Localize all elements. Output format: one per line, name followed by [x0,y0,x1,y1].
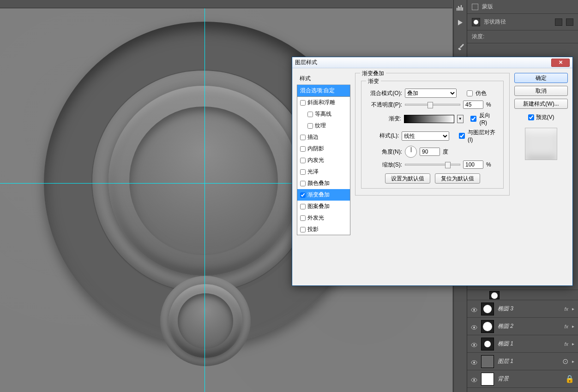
svg-point-9 [473,327,475,328]
set-default-button[interactable]: 设置为默认值 [385,173,430,184]
angle-dial[interactable] [405,146,417,158]
style-item-label: 光泽 [307,168,319,176]
preview-swatch [525,128,557,160]
style-item-等高线[interactable]: 等高线 [297,108,350,120]
style-checkbox[interactable] [307,112,313,117]
visibility-icon[interactable] [471,376,477,382]
style-item-内阴影[interactable]: 内阴影 [297,143,350,154]
style-item-内发光[interactable]: 内发光 [297,154,350,166]
opacity-input[interactable] [463,101,483,109]
styles-list: 斜面和浮雕等高线纹理描边内阴影内发光光泽颜色叠加渐变叠加图案叠加外发光投影 [297,97,350,235]
style-item-描边[interactable]: 描边 [297,131,350,143]
svg-rect-0 [457,8,458,11]
visibility-icon[interactable] [471,306,477,312]
reverse-checkbox[interactable] [470,116,476,122]
fx-indicator[interactable]: fx [564,306,568,312]
visibility-icon[interactable] [471,358,477,365]
expand-icon[interactable]: ▸ [572,359,574,364]
style-item-渐变叠加[interactable]: 渐变叠加 [297,189,350,201]
link-icon[interactable]: ⊙ [562,357,568,366]
shape-path-btn-1[interactable] [555,18,562,26]
opacity-slider[interactable] [405,104,460,106]
svg-point-15 [473,379,475,381]
preview-checkbox[interactable] [528,114,534,120]
style-item-label: 等高线 [315,110,331,118]
shape-path-btn-2[interactable] [566,18,573,26]
style-checkbox[interactable] [300,169,306,175]
blend-options-row[interactable]: 混合选项:自定 [297,85,350,97]
style-select[interactable]: 线性 [402,131,449,141]
percent-label: % [486,101,491,108]
layer-style-dialog: 图层样式 ✕ 样式 混合选项:自定 斜面和浮雕等高线纹理描边内阴影内发光光泽颜色… [292,57,573,286]
svg-point-11 [473,344,475,346]
layer-thumb [489,291,500,299]
style-item-投影[interactable]: 投影 [297,224,350,235]
layer-row[interactable]: 背景 🔒 [467,370,578,387]
style-item-斜面和浮雕[interactable]: 斜面和浮雕 [297,97,350,108]
layer-thumb [481,355,494,368]
blend-mode-select[interactable]: 叠加 [405,89,457,98]
mask-tab[interactable]: 蒙版 [467,0,578,14]
expand-icon[interactable]: ▸ [572,324,574,329]
fx-indicator[interactable]: fx [564,341,568,347]
style-item-外发光[interactable]: 外发光 [297,212,350,224]
align-checkbox[interactable] [459,133,465,139]
percent-label: % [486,161,491,168]
ok-button[interactable]: 确定 [514,73,568,83]
layer-name: 椭圆 3 [498,305,560,313]
style-checkbox[interactable] [300,146,306,152]
shape-path-swatch[interactable] [472,18,480,26]
cancel-button[interactable]: 取消 [514,86,568,96]
artwork-mid-inner [129,107,278,255]
style-item-label: 内发光 [307,156,324,164]
style-item-label: 颜色叠加 [307,179,330,187]
brush-icon[interactable] [456,42,464,51]
style-item-label: 内阴影 [307,145,324,153]
visibility-icon[interactable] [471,341,477,347]
expand-icon[interactable]: ▸ [572,306,574,311]
section-title: 渐变叠加 [360,70,386,77]
style-item-光泽[interactable]: 光泽 [297,166,350,178]
dialog-titlebar[interactable]: 图层样式 ✕ [292,57,572,68]
fx-indicator[interactable]: fx [564,324,568,329]
scale-slider[interactable] [405,164,460,166]
style-checkbox[interactable] [307,123,313,129]
style-item-纹理[interactable]: 纹理 [297,120,350,131]
mask-tab-icon [472,4,478,10]
gradient-preview[interactable] [404,115,454,123]
close-button[interactable]: ✕ [551,59,570,67]
style-checkbox[interactable] [300,227,306,232]
style-item-颜色叠加[interactable]: 颜色叠加 [297,178,350,189]
reset-default-button[interactable]: 复位为默认值 [435,173,480,184]
layer-row[interactable]: 椭圆 1 fx ▸ [467,335,578,352]
histogram-icon[interactable] [456,4,464,12]
layer-row[interactable]: 椭圆 3 fx ▸ [467,300,578,317]
shape-path-label: 形状路径 [484,18,506,26]
style-checkbox[interactable] [300,135,306,140]
layers-panel: 椭圆 3 fx ▸ 椭圆 2 fx ▸ 椭圆 1 fx ▸ 图层 1 ⊙ ▸ 背… [467,290,578,392]
style-checkbox[interactable] [300,100,306,106]
style-item-图案叠加[interactable]: 图案叠加 [297,201,350,212]
expand-icon[interactable]: ▸ [572,341,574,346]
play-icon[interactable] [456,18,464,27]
layer-row[interactable]: 椭圆 2 fx ▸ [467,317,578,335]
layer-row[interactable]: 图层 1 ⊙ ▸ [467,352,578,370]
style-checkbox[interactable] [300,204,306,209]
style-checkbox[interactable] [300,181,306,186]
gradient-dropdown[interactable]: ▼ [457,115,464,123]
style-checkbox[interactable] [300,192,306,198]
scale-input[interactable] [463,160,483,169]
dither-checkbox[interactable] [467,90,473,96]
new-style-button[interactable]: 新建样式(W)... [514,99,568,109]
style-checkbox[interactable] [300,158,306,163]
layer-thumb [481,338,494,350]
guide-vertical[interactable] [205,8,205,392]
style-item-label: 渐变叠加 [307,191,330,199]
layer-partial[interactable] [467,290,578,300]
style-checkbox[interactable] [300,215,306,221]
scale-label: 缩放(S): [367,161,402,169]
blend-mode-label: 混合模式(O): [367,89,402,97]
angle-input[interactable] [420,148,440,156]
dither-label: 仿色 [476,89,487,97]
visibility-icon[interactable] [471,323,477,330]
